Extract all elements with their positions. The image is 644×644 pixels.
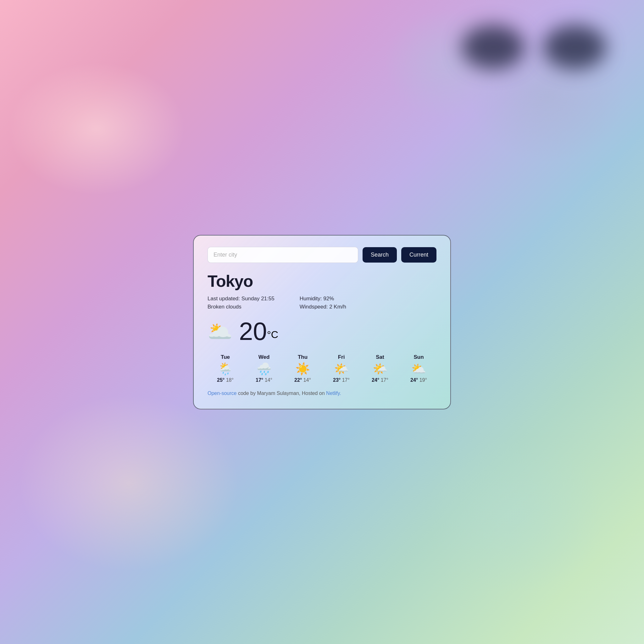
open-source-link[interactable]: Open-source bbox=[208, 391, 237, 396]
forecast-temp-range: 24° 17° bbox=[372, 377, 388, 383]
forecast-day: Tue 🌦️ 25° 18° bbox=[208, 354, 243, 383]
current-location-button[interactable]: Current bbox=[401, 247, 436, 263]
forecast-day-label: Tue bbox=[221, 354, 230, 360]
forecast-day: Sat 🌤️ 24° 17° bbox=[362, 354, 398, 383]
forecast-temp-range: 22° 14° bbox=[294, 377, 311, 383]
weather-meta: Last updated: Sunday 21:55 Broken clouds… bbox=[208, 296, 436, 310]
forecast-temp-range: 17° 14° bbox=[256, 377, 272, 383]
forecast-temp-range: 25° 18° bbox=[217, 377, 234, 383]
forecast-temp-range: 24° 19° bbox=[410, 377, 427, 383]
footer: Open-source code by Maryam Sulayman, Hos… bbox=[208, 391, 436, 396]
forecast-day-label: Sat bbox=[376, 354, 384, 360]
weather-card: Search Current Tokyo Last updated: Sunda… bbox=[193, 235, 451, 409]
forecast-day: Thu ☀️ 22° 14° bbox=[285, 354, 320, 383]
forecast-hi: 17° bbox=[256, 377, 263, 383]
forecast-day-label: Fri bbox=[338, 354, 345, 360]
forecast-day-label: Thu bbox=[298, 354, 308, 360]
forecast-icon: 🌦️ bbox=[218, 363, 233, 375]
forecast-day: Sun ⛅ 24° 19° bbox=[401, 354, 436, 383]
forecast-day-label: Sun bbox=[414, 354, 424, 360]
forecast-hi: 24° bbox=[372, 377, 379, 383]
forecast-icon: 🌤️ bbox=[334, 363, 349, 375]
search-button[interactable]: Search bbox=[363, 247, 397, 263]
forecast-lo: 19° bbox=[419, 377, 427, 383]
city-name: Tokyo bbox=[208, 272, 436, 291]
forecast-icon: 🌤️ bbox=[373, 363, 387, 375]
city-search-input[interactable] bbox=[208, 247, 358, 263]
footer-text-middle: code by Maryam Sulayman, Hosted on bbox=[237, 391, 326, 396]
meta-left: Last updated: Sunday 21:55 Broken clouds bbox=[208, 296, 275, 310]
forecast-day: Wed 🌧️ 17° 14° bbox=[246, 354, 282, 383]
forecast-hi: 24° bbox=[410, 377, 418, 383]
forecast-lo: 17° bbox=[381, 377, 388, 383]
humidity: Humidity: 92% bbox=[300, 296, 346, 302]
last-updated: Last updated: Sunday 21:55 bbox=[208, 296, 275, 302]
forecast-icon: 🌧️ bbox=[257, 363, 271, 375]
forecast-row: Tue 🌦️ 25° 18° Wed 🌧️ 17° 14° Thu ☀️ 22°… bbox=[208, 354, 436, 383]
forecast-lo: 14° bbox=[265, 377, 272, 383]
forecast-lo: 18° bbox=[226, 377, 234, 383]
current-weather-display: 🌥️ 20°C bbox=[208, 319, 436, 344]
dark-blob-2 bbox=[543, 25, 606, 69]
temperature-unit: °C bbox=[267, 329, 278, 340]
forecast-icon: ☀️ bbox=[295, 363, 310, 375]
forecast-day-label: Wed bbox=[258, 354, 270, 360]
weather-description: Broken clouds bbox=[208, 304, 275, 310]
current-weather-icon: 🌥️ bbox=[208, 321, 233, 341]
meta-right: Humidity: 92% Windspeed: 2 Km/h bbox=[300, 296, 346, 310]
forecast-temp-range: 23° 17° bbox=[333, 377, 350, 383]
windspeed: Windspeed: 2 Km/h bbox=[300, 304, 346, 310]
forecast-hi: 25° bbox=[217, 377, 225, 383]
netlify-link[interactable]: Netlify. bbox=[326, 391, 341, 396]
forecast-lo: 17° bbox=[342, 377, 350, 383]
forecast-hi: 22° bbox=[294, 377, 302, 383]
search-row: Search Current bbox=[208, 247, 436, 263]
temperature-display: 20°C bbox=[239, 319, 278, 344]
forecast-lo: 14° bbox=[303, 377, 311, 383]
temperature-value: 20 bbox=[239, 317, 267, 345]
dark-blobs-decoration bbox=[462, 0, 644, 69]
forecast-day: Fri 🌤️ 23° 17° bbox=[324, 354, 359, 383]
dark-blob-1 bbox=[462, 25, 525, 69]
forecast-icon: ⛅ bbox=[411, 363, 426, 375]
forecast-hi: 23° bbox=[333, 377, 341, 383]
